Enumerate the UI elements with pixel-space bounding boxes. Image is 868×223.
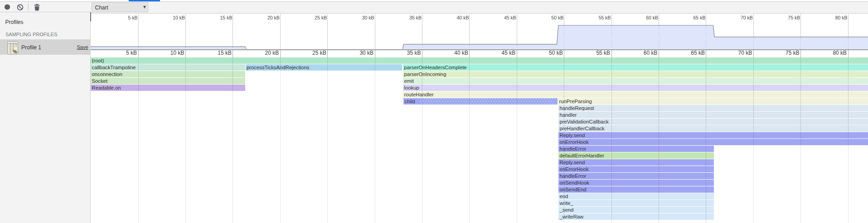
svg-text:%: % [13, 49, 17, 54]
